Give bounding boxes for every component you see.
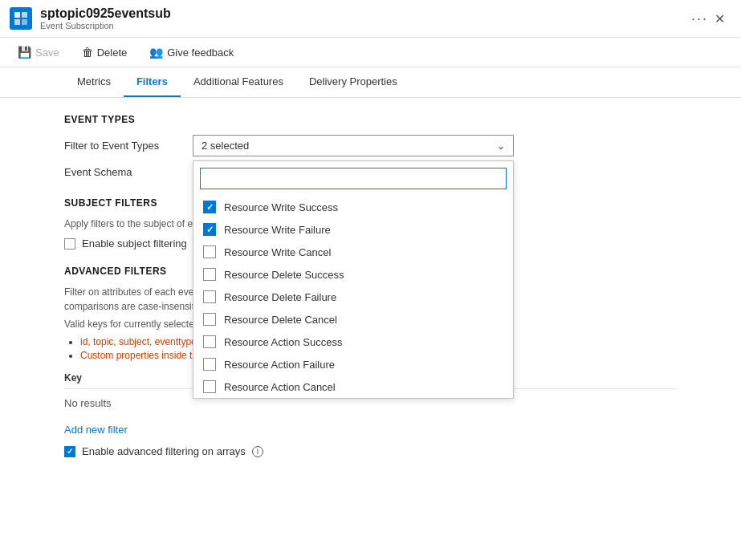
delete-button[interactable]: 🗑 Delete xyxy=(77,43,132,62)
checkbox-delete-success[interactable] xyxy=(203,268,216,281)
list-item-action-success[interactable]: Resource Action Success xyxy=(193,331,513,353)
selected-count: 2 selected xyxy=(202,140,249,152)
list-item-delete-failure[interactable]: Resource Delete Failure xyxy=(193,286,513,308)
event-schema-label: Event Schema xyxy=(64,166,193,178)
chevron-down-icon: ⌄ xyxy=(497,140,505,152)
list-item-delete-success[interactable]: Resource Delete Success xyxy=(193,263,513,286)
page-subtitle: Event Subscription xyxy=(40,21,685,30)
item-label-action-failure: Resource Action Failure xyxy=(224,359,335,371)
resource-icon xyxy=(10,7,32,30)
tab-delivery[interactable]: Delivery Properties xyxy=(296,67,410,97)
tab-additional[interactable]: Additional Features xyxy=(181,67,296,97)
close-button[interactable]: ✕ xyxy=(708,8,731,30)
list-item-action-cancel[interactable]: Resource Action Cancel xyxy=(193,375,513,398)
delete-icon: 🗑 xyxy=(82,46,93,59)
tab-bar: Metrics Filters Additional Features Deli… xyxy=(0,67,741,98)
event-types-section-header: EVENT TYPES xyxy=(64,114,677,125)
list-item-action-failure[interactable]: Resource Action Failure xyxy=(193,353,513,375)
svg-rect-0 xyxy=(14,12,20,18)
delete-label: Delete xyxy=(97,47,128,59)
item-label-action-success: Resource Action Success xyxy=(224,336,342,348)
more-options-button[interactable]: ··· xyxy=(691,10,708,27)
add-new-filter-link[interactable]: Add new filter xyxy=(64,424,128,436)
item-label-delete-failure: Resource Delete Failure xyxy=(224,291,336,303)
header-title-group: sptopic0925eventsub Event Subscription xyxy=(40,6,685,30)
item-label-write-failure: Resource Write Failure xyxy=(224,224,331,236)
tab-filters[interactable]: Filters xyxy=(124,67,181,97)
enable-advanced-label: Enable advanced filtering on arrays xyxy=(82,445,246,457)
toolbar: 💾 Save 🗑 Delete 👥 Give feedback xyxy=(0,38,741,67)
feedback-button[interactable]: 👥 Give feedback xyxy=(145,43,238,62)
checkbox-action-cancel[interactable] xyxy=(203,380,216,393)
checkbox-delete-failure[interactable] xyxy=(203,290,216,303)
event-types-dropdown: 2 selected ⌄ Resource Write Success Reso… xyxy=(193,135,514,156)
enable-subject-label: Enable subject filtering xyxy=(82,237,187,250)
event-types-dropdown-panel: Resource Write Success Resource Write Fa… xyxy=(193,160,514,399)
save-icon: 💾 xyxy=(18,46,31,59)
checkbox-write-success[interactable] xyxy=(203,201,216,213)
svg-rect-2 xyxy=(14,19,20,25)
list-item-write-failure[interactable]: Resource Write Failure xyxy=(193,218,513,241)
checkbox-write-failure[interactable] xyxy=(203,223,216,236)
info-icon[interactable]: i xyxy=(252,446,263,457)
feedback-label: Give feedback xyxy=(167,47,234,59)
item-label-write-success: Resource Write Success xyxy=(224,201,338,213)
list-item-write-cancel[interactable]: Resource Write Cancel xyxy=(193,241,513,263)
filter-event-types-row: Filter to Event Types 2 selected ⌄ Resou… xyxy=(64,135,677,156)
enable-subject-checkbox[interactable] xyxy=(64,238,75,250)
event-types-search-input[interactable] xyxy=(200,168,507,189)
feedback-icon: 👥 xyxy=(149,46,163,59)
list-item-delete-cancel[interactable]: Resource Delete Cancel xyxy=(193,308,513,331)
page-title: sptopic0925eventsub xyxy=(40,6,685,21)
checkbox-write-cancel[interactable] xyxy=(203,246,216,258)
checkbox-delete-cancel[interactable] xyxy=(203,313,216,326)
tab-metrics[interactable]: Metrics xyxy=(64,67,124,97)
item-label-write-cancel: Resource Write Cancel xyxy=(224,246,331,258)
save-button[interactable]: 💾 Save xyxy=(13,43,64,62)
svg-rect-3 xyxy=(22,19,27,25)
list-item-write-success[interactable]: Resource Write Success xyxy=(193,196,513,218)
enable-advanced-checkbox[interactable] xyxy=(64,446,75,457)
main-content: EVENT TYPES Filter to Event Types 2 sele… xyxy=(0,98,741,473)
item-label-action-cancel: Resource Action Cancel xyxy=(224,381,336,393)
item-label-delete-cancel: Resource Delete Cancel xyxy=(224,314,337,326)
advanced-desc-text2: comparisons are case-insensitive. xyxy=(64,301,210,312)
col-header-key: Key xyxy=(64,372,193,383)
save-label: Save xyxy=(35,47,59,59)
checkbox-action-success[interactable] xyxy=(203,335,216,348)
item-label-delete-success: Resource Delete Success xyxy=(224,269,344,281)
enable-advanced-row: Enable advanced filtering on arrays i xyxy=(64,445,677,457)
svg-rect-1 xyxy=(22,12,27,18)
event-types-dropdown-trigger[interactable]: 2 selected ⌄ xyxy=(193,135,514,156)
page-header: sptopic0925eventsub Event Subscription ·… xyxy=(0,0,741,38)
filter-label: Filter to Event Types xyxy=(64,140,193,152)
checkbox-action-failure[interactable] xyxy=(203,358,216,371)
